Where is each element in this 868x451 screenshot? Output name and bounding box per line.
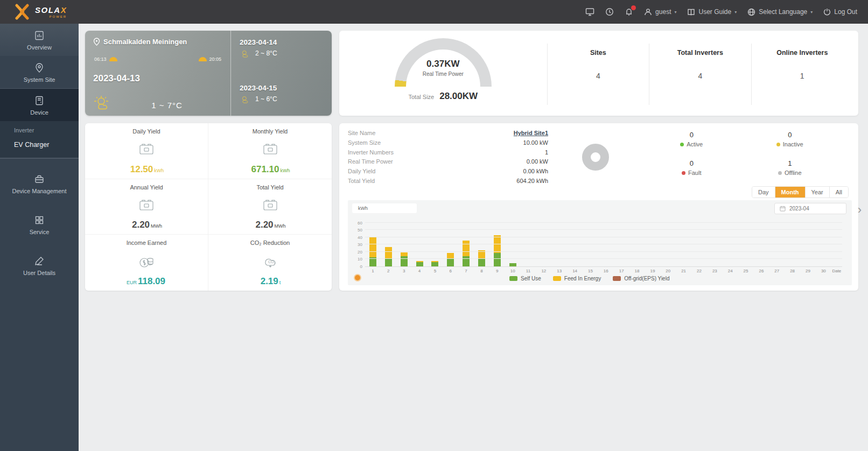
gridline bbox=[365, 222, 842, 223]
tile-value: 671.10 bbox=[251, 164, 279, 174]
tile-annual-yield: Annual Yield 2.20MWh bbox=[85, 179, 208, 235]
bar-segment bbox=[463, 241, 470, 256]
total-size-value: 28.00KW bbox=[439, 91, 478, 102]
month-date-picker[interactable]: 2023-04 bbox=[774, 203, 846, 214]
x-axis-tick: 16 bbox=[604, 269, 608, 273]
x-axis-tick: 25 bbox=[744, 269, 748, 273]
range-button-day[interactable]: Day bbox=[752, 187, 775, 198]
legend-label: Feed In Energy bbox=[564, 276, 601, 281]
gridline bbox=[365, 229, 842, 230]
status-dot bbox=[680, 143, 684, 146]
x-axis-tick: 24 bbox=[728, 269, 733, 273]
site-name-link[interactable]: Hybrid Site1 bbox=[514, 129, 548, 138]
x-axis-tick: 21 bbox=[681, 269, 686, 273]
stat-sites: Sites 4 bbox=[547, 44, 649, 105]
yield-meter-icon bbox=[261, 142, 279, 156]
bell-icon[interactable] bbox=[625, 8, 633, 16]
detail-row: System Size10.00 kW bbox=[348, 138, 548, 148]
monitor-icon[interactable] bbox=[585, 8, 594, 16]
status-inactive: 0 Inactive bbox=[741, 131, 839, 157]
sidebar-item-user-details[interactable]: User Details bbox=[0, 249, 79, 281]
user-menu[interactable]: guest ▾ bbox=[644, 8, 676, 16]
status-active: 0 Active bbox=[642, 131, 741, 157]
tile-value: 2.20 bbox=[255, 220, 273, 230]
yield-stats-card: Daily Yield 12.50kWh Monthly Yield 671.1… bbox=[85, 123, 332, 291]
bar-segment bbox=[509, 263, 516, 266]
legend-item[interactable]: Self Use bbox=[509, 276, 541, 281]
bar-segment bbox=[447, 258, 454, 266]
logout-button[interactable]: Log Out bbox=[823, 8, 857, 16]
calendar-icon bbox=[780, 206, 786, 212]
language-menu[interactable]: Select Language ▾ bbox=[747, 8, 813, 16]
chevron-down-icon: ▾ bbox=[810, 10, 813, 15]
legend-item[interactable]: Feed In Energy bbox=[553, 276, 601, 281]
status-dot bbox=[682, 171, 685, 175]
sunrise-icon bbox=[109, 57, 117, 61]
x-axis-tick: 19 bbox=[650, 269, 655, 273]
y-axis-tick: 40 bbox=[358, 235, 362, 239]
x-axis-tick: 10 bbox=[510, 269, 515, 273]
x-axis-tick: 6 bbox=[449, 269, 451, 273]
location-pin-icon bbox=[34, 62, 45, 73]
alarm-icon[interactable] bbox=[605, 8, 614, 16]
x-axis-tick: 30 bbox=[821, 269, 826, 273]
range-button-all[interactable]: All bbox=[829, 187, 848, 198]
sidebar-item-service[interactable]: Service bbox=[0, 208, 79, 241]
detail-row: Total Yield604.20 kWh bbox=[348, 177, 548, 186]
user-guide-menu[interactable]: User Guide ▾ bbox=[687, 8, 737, 16]
x-axis-tick: 11 bbox=[526, 269, 530, 273]
device-submenu: Inverter EV Charger bbox=[0, 121, 79, 159]
x-axis-tick: 1 bbox=[372, 269, 374, 273]
stacked-bar[interactable] bbox=[416, 261, 423, 266]
realtime-power-value: 0.37KW bbox=[395, 59, 492, 69]
x-axis-tick: 27 bbox=[774, 269, 779, 273]
carousel-indicator-dot[interactable] bbox=[355, 275, 360, 280]
tile-value: 118.09 bbox=[138, 276, 165, 286]
svg-text:CO₂: CO₂ bbox=[268, 260, 276, 264]
toolbox-icon bbox=[34, 174, 45, 185]
sidebar-item-device-management[interactable]: Device Management bbox=[0, 167, 79, 200]
solax-x-icon bbox=[14, 4, 30, 20]
stacked-bar[interactable] bbox=[385, 247, 392, 266]
stacked-bar[interactable] bbox=[509, 263, 516, 266]
legend-label: Off-grid(EPS) Yield bbox=[624, 276, 669, 281]
range-button-month[interactable]: Month bbox=[775, 187, 805, 198]
stacked-bar[interactable] bbox=[401, 252, 408, 266]
forecast-date: 2023-04-15 bbox=[240, 84, 323, 92]
y-axis-tick: 50 bbox=[358, 228, 362, 232]
legend-item[interactable]: Off-grid(EPS) Yield bbox=[613, 276, 669, 281]
power-overview-card: 0.37KW Real Time Power Total Size 28.00K… bbox=[339, 31, 858, 116]
total-size-label: Total Size bbox=[409, 94, 435, 100]
sun-path-row: 06:13 20:05 bbox=[93, 57, 222, 62]
bar-segment bbox=[416, 262, 423, 266]
x-axis-tick: 12 bbox=[541, 269, 546, 273]
user-name: guest bbox=[655, 8, 671, 16]
stacked-bar[interactable] bbox=[447, 253, 454, 266]
x-axis-tick: 20 bbox=[666, 269, 670, 273]
bar-segment bbox=[478, 259, 485, 266]
status-fault: 0 Fault bbox=[642, 159, 741, 186]
tile-monthly-yield: Monthly Yield 671.10kWh bbox=[208, 123, 332, 179]
x-axis-tick: 5 bbox=[434, 269, 436, 273]
range-button-year[interactable]: Year bbox=[805, 187, 829, 198]
stacked-bar[interactable] bbox=[431, 261, 438, 266]
co2-cloud-icon: CO₂ bbox=[261, 253, 279, 269]
x-axis-tick: 23 bbox=[712, 269, 717, 273]
sidebar-item-system-site[interactable]: System Site bbox=[0, 56, 79, 88]
x-axis-tick: 22 bbox=[697, 269, 702, 273]
sunset-time: 20:05 bbox=[209, 57, 222, 62]
next-site-chevron-icon[interactable]: › bbox=[858, 203, 862, 217]
weather-today-date: 2023-04-13 bbox=[93, 73, 222, 84]
bar-segment bbox=[431, 262, 438, 266]
y-axis-tick: 30 bbox=[358, 242, 362, 247]
gridline bbox=[365, 237, 842, 237]
brand-logo[interactable]: SOLAX POWER bbox=[14, 4, 67, 20]
realtime-power-gauge: 0.37KW Real Time Power bbox=[395, 38, 492, 87]
submenu-item-ev-charger[interactable]: EV Charger bbox=[0, 137, 79, 152]
sidebar-item-device[interactable]: Device bbox=[0, 88, 79, 121]
sidebar-item-overview[interactable]: Overview bbox=[0, 24, 79, 56]
sidebar-item-label: Device bbox=[2, 109, 76, 116]
submenu-item-inverter[interactable]: Inverter bbox=[0, 123, 79, 137]
book-icon bbox=[687, 8, 695, 16]
x-axis-tick: 7 bbox=[465, 269, 467, 273]
